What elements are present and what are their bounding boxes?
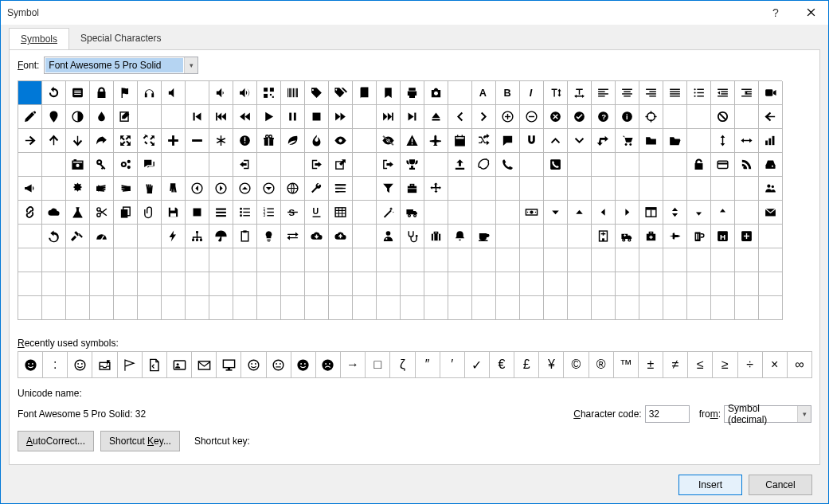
symbol-empty[interactable]	[687, 272, 711, 296]
symbol-empty[interactable]	[138, 296, 162, 320]
symbol-hand-right[interactable]	[90, 177, 114, 201]
symbol-calendar[interactable]	[448, 129, 472, 153]
symbol-empty[interactable]	[472, 248, 496, 272]
symbol-empty[interactable]	[18, 296, 42, 320]
symbol-empty[interactable]	[568, 177, 592, 201]
recent-desktop[interactable]	[216, 351, 241, 378]
symbol-empty[interactable]	[568, 272, 592, 296]
recent-colon[interactable]: :	[42, 351, 68, 378]
symbol-hand-left[interactable]	[114, 177, 138, 201]
symbol-comments[interactable]	[138, 153, 162, 177]
recent-plus-minus[interactable]: ±	[638, 351, 663, 378]
symbol-bold-B[interactable]: B	[496, 81, 520, 105]
symbol-empty[interactable]	[735, 201, 759, 225]
symbol-empty[interactable]	[735, 177, 759, 201]
symbol-plane[interactable]	[424, 129, 448, 153]
symbol-empty[interactable]	[687, 248, 711, 272]
symbol-empty[interactable]	[114, 225, 138, 248]
symbol-empty[interactable]	[592, 177, 616, 201]
symbol-empty[interactable]	[42, 248, 66, 272]
symbol-empty[interactable]	[711, 296, 735, 320]
symbol-folder[interactable]	[639, 129, 663, 153]
symbol-empty[interactable]	[353, 153, 377, 177]
symbol-plus-circle[interactable]	[496, 105, 520, 129]
symbol-empty[interactable]	[520, 272, 544, 296]
symbol-list-alt[interactable]	[66, 81, 90, 105]
symbol-empty[interactable]	[424, 248, 448, 272]
symbol-fast-backward[interactable]	[209, 105, 233, 129]
symbol-adjust[interactable]	[66, 105, 90, 129]
symbol-headphones[interactable]	[138, 81, 162, 105]
symbol-exclamation-circle[interactable]	[233, 129, 257, 153]
symbol-eject[interactable]	[424, 105, 448, 129]
symbol-empty[interactable]	[138, 105, 162, 129]
symbol-sort-down[interactable]	[687, 201, 711, 225]
symbol-empty[interactable]	[401, 272, 424, 296]
symbol-arrow-circle-right[interactable]	[209, 177, 233, 201]
symbol-filter[interactable]	[377, 177, 401, 201]
symbol-tag[interactable]	[305, 81, 329, 105]
symbol-plus-square[interactable]	[735, 225, 759, 248]
symbol-empty[interactable]	[711, 272, 735, 296]
symbol-empty[interactable]	[114, 248, 138, 272]
symbol-empty[interactable]	[138, 272, 162, 296]
symbol-empty[interactable]	[639, 153, 663, 177]
symbol-empty[interactable]	[257, 248, 281, 272]
symbol-plus[interactable]	[162, 129, 186, 153]
symbol-empty[interactable]	[544, 177, 568, 201]
symbol-empty[interactable]	[162, 272, 186, 296]
symbol-empty[interactable]	[735, 105, 759, 129]
symbol-step-backward[interactable]	[186, 105, 209, 129]
symbol-certificate[interactable]	[66, 177, 90, 201]
symbol-eye[interactable]	[329, 129, 353, 153]
symbol-empty[interactable]	[424, 201, 448, 225]
symbol-empty[interactable]	[42, 296, 66, 320]
symbol-empty[interactable]	[759, 225, 783, 248]
symbol-lemon[interactable]	[472, 153, 496, 177]
symbol-empty[interactable]	[18, 272, 42, 296]
symbol-empty[interactable]	[687, 105, 711, 129]
symbol-empty[interactable]	[42, 153, 66, 177]
symbol-unlock[interactable]	[687, 153, 711, 177]
symbol-align-center[interactable]	[616, 81, 639, 105]
symbol-empty[interactable]	[138, 225, 162, 248]
symbol-empty[interactable]	[66, 272, 90, 296]
symbol-truck[interactable]	[401, 201, 424, 225]
symbol-leaf[interactable]	[281, 129, 305, 153]
recent-multiply[interactable]: ×	[762, 351, 788, 378]
symbol-cloud-upload[interactable]	[329, 225, 353, 248]
symbol-list-ul[interactable]	[233, 201, 257, 225]
symbol-pause[interactable]	[281, 105, 305, 129]
symbol-table[interactable]	[329, 201, 353, 225]
symbol-chevron-left[interactable]	[448, 105, 472, 129]
symbol-empty[interactable]	[687, 177, 711, 201]
symbol-h-square[interactable]: H	[711, 225, 735, 248]
symbol-compress[interactable]	[138, 129, 162, 153]
symbol-empty[interactable]	[186, 272, 209, 296]
symbol-empty[interactable]	[639, 296, 663, 320]
symbol-empty[interactable]	[353, 225, 377, 248]
recent-leq[interactable]: ≤	[687, 351, 713, 378]
symbol-empty[interactable]	[663, 248, 687, 272]
symbol-empty[interactable]	[66, 296, 90, 320]
recent-envelope-o[interactable]	[191, 351, 217, 378]
symbol-strikethrough[interactable]: S	[281, 201, 305, 225]
recent-square[interactable]: □	[365, 351, 390, 378]
symbol-phone[interactable]	[496, 153, 520, 177]
symbol-asterisk[interactable]	[209, 129, 233, 153]
symbol-empty[interactable]	[496, 177, 520, 201]
symbol-empty[interactable]	[639, 248, 663, 272]
symbol-sitemap[interactable]	[186, 225, 209, 248]
symbol-medkit[interactable]	[639, 225, 663, 248]
symbol-empty[interactable]	[305, 272, 329, 296]
symbol-hand-up[interactable]	[138, 177, 162, 201]
symbol-empty[interactable]	[329, 296, 353, 320]
symbol-eye-slash[interactable]	[377, 129, 401, 153]
recent-double-prime[interactable]: ″	[415, 351, 440, 378]
symbol-empty[interactable]	[616, 248, 639, 272]
symbol-sort-up[interactable]	[711, 201, 735, 225]
symbol-check-circle[interactable]	[568, 105, 592, 129]
symbol-fighter-jet[interactable]	[663, 225, 687, 248]
symbol-italic-I[interactable]: I	[520, 81, 544, 105]
symbol-expand[interactable]	[114, 129, 138, 153]
